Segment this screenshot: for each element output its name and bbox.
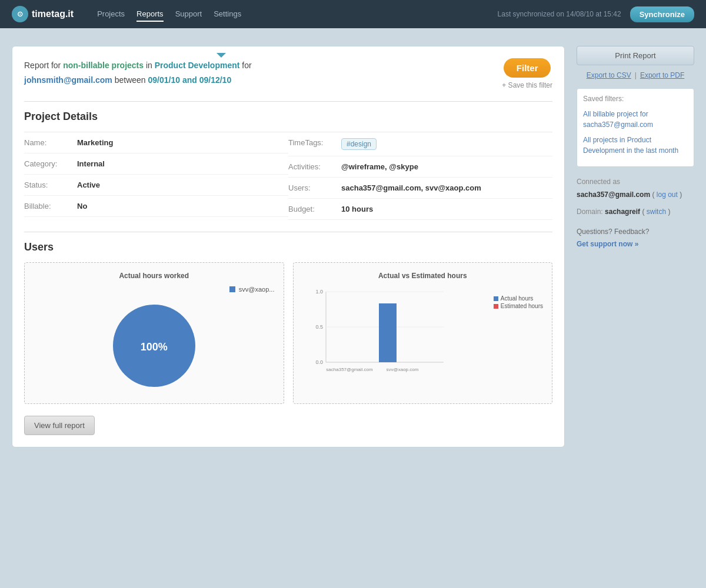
synchronize-button[interactable]: Synchronize [630, 6, 694, 22]
users-label: Users: [288, 183, 341, 192]
budget-value: 10 hours [341, 205, 373, 213]
detail-timetags: TimeTags: #design [288, 132, 552, 156]
view-full-report-button[interactable]: View full report [24, 416, 95, 435]
header-right: Last synchronized on 14/08/10 at 15:42 S… [498, 6, 694, 22]
report-description: Report for non-billable projects in Prod… [24, 58, 252, 88]
saved-filters-title: Saved filters: [583, 95, 688, 103]
connected-email: sacha357@gmail.com [577, 191, 650, 199]
bar-chart-legend: Actual hours Estimated hours [494, 295, 543, 309]
sync-text: Last synchronized on 14/08/10 at 15:42 [498, 10, 621, 18]
users-section: Users Actual hours worked svv@xaop... [24, 232, 552, 435]
status-value: Active [77, 181, 100, 189]
budget-label: Budget: [288, 205, 341, 213]
saved-filter-2[interactable]: All projects in Product Development in t… [583, 135, 688, 156]
save-filter-link[interactable]: + Save this filter [502, 81, 552, 89]
pie-chart-box: Actual hours worked svv@xaop... 100% [24, 262, 284, 404]
sidebar: Print Report Export to CSV | Export to P… [577, 46, 694, 447]
report-project-name: Product Development [155, 61, 240, 70]
questions-row: Questions? Feedback? Get support now » [577, 226, 694, 251]
activities-label: Activities: [288, 162, 341, 171]
pie-svg-container: 100% [107, 299, 201, 395]
estimated-legend-dot [494, 304, 498, 309]
project-details: Project Details Name: Marketing Category… [24, 101, 552, 220]
switch-link[interactable]: switch [647, 208, 666, 216]
main-content: Report for non-billable projects in Prod… [0, 28, 706, 465]
domain-value: sachagreif [605, 208, 640, 216]
nav-indicator [217, 53, 226, 58]
timetags-label: TimeTags: [288, 138, 341, 150]
detail-category: Category: Internal [24, 153, 288, 175]
users-value: sacha357@gmail.com, svv@xaop.com [341, 183, 481, 192]
svg-rect-8 [379, 303, 397, 362]
svg-text:svv@xaop.com: svv@xaop.com [386, 367, 418, 372]
name-label: Name: [24, 138, 77, 147]
estimated-legend-label: Estimated hours [501, 303, 543, 309]
export-links: Export to CSV | Export to PDF [577, 71, 694, 79]
filter-button[interactable]: Filter [504, 58, 551, 78]
bar-chart-box: Actual vs Estimated hours Actual hours E… [293, 262, 553, 404]
report-panel: Report for non-billable projects in Prod… [12, 46, 565, 447]
report-between: between [115, 75, 146, 85]
svg-text:sacha357@gmail.com: sacha357@gmail.com [326, 367, 373, 372]
detail-status: Status: Active [24, 175, 288, 196]
billable-label: Billable: [24, 202, 77, 211]
detail-budget: Budget: 10 hours [288, 199, 552, 220]
nav-links: Projects Reports Support Settings [97, 7, 241, 22]
questions-text: Questions? Feedback? [577, 226, 694, 239]
sidebar-info: Connected as sacha357@gmail.com ( log ou… [577, 176, 694, 251]
billable-value: No [77, 202, 87, 211]
saved-filter-1[interactable]: All billable project for sacha357@gmail.… [583, 109, 688, 130]
actual-legend-label: Actual hours [501, 295, 534, 302]
domain-label: Domain: [577, 208, 603, 216]
actual-legend-item: Actual hours [494, 295, 543, 302]
nav-reports[interactable]: Reports [136, 7, 164, 22]
nav-settings[interactable]: Settings [214, 7, 241, 22]
connected-label: Connected as [577, 178, 620, 186]
name-value: Marketing [77, 138, 113, 147]
pie-chart-title: Actual hours worked [119, 272, 189, 280]
bar-svg: 1.0 0.5 0.0 sacha357@gmail.com svv@xaop.… [302, 286, 455, 380]
estimated-legend-item: Estimated hours [494, 303, 543, 309]
logo-icon: ⊙ [12, 6, 28, 22]
activities-value: @wireframe, @skype [341, 162, 418, 171]
logout-link[interactable]: log out [657, 191, 678, 199]
users-title: Users [24, 232, 552, 253]
details-grid: Name: Marketing Category: Internal Statu… [24, 132, 552, 220]
pie-chart-container: Actual hours worked svv@xaop... 100% [34, 272, 275, 395]
header: ⊙ timetag.it Projects Reports Support Se… [0, 0, 706, 28]
category-value: Internal [77, 159, 105, 168]
export-separator: | [635, 71, 637, 79]
pie-percentage: 100% [141, 340, 168, 353]
domain-row: Domain: sachagreif ( switch ) [577, 206, 694, 219]
report-user-email: johnsmith@gmail.com [24, 75, 112, 85]
detail-name: Name: Marketing [24, 132, 288, 153]
details-left: Name: Marketing Category: Internal Statu… [24, 132, 288, 220]
detail-billable: Billable: No [24, 196, 288, 217]
detail-users: Users: sacha357@gmail.com, svv@xaop.com [288, 178, 552, 199]
pie-legend-dot [229, 286, 235, 292]
category-label: Category: [24, 159, 77, 168]
print-report-button[interactable]: Print Report [577, 46, 694, 65]
pie-legend-label: svv@xaop... [239, 286, 275, 293]
get-support-link[interactable]: Get support now » [577, 240, 638, 248]
pie-legend: svv@xaop... [229, 286, 275, 293]
nav-support[interactable]: Support [175, 7, 202, 22]
bar-chart-title: Actual vs Estimated hours [302, 272, 544, 280]
connected-as-row: Connected as [577, 176, 694, 189]
charts-row: Actual hours worked svv@xaop... 100% [24, 262, 552, 404]
saved-filters-panel: Saved filters: All billable project for … [577, 88, 694, 167]
details-right: TimeTags: #design Activities: @wireframe… [288, 132, 552, 220]
svg-text:1.0: 1.0 [315, 289, 323, 295]
export-pdf-link[interactable]: Export to PDF [640, 71, 684, 79]
logo: ⊙ timetag.it [12, 6, 74, 22]
report-date-range: 09/01/10 and 09/12/10 [148, 75, 232, 85]
export-csv-link[interactable]: Export to CSV [587, 71, 631, 79]
report-header: Report for non-billable projects in Prod… [24, 58, 552, 89]
filter-area: Filter + Save this filter [502, 58, 552, 89]
report-in: in [146, 61, 152, 70]
nav-projects[interactable]: Projects [97, 7, 125, 22]
report-prefix: Report for [24, 61, 61, 70]
actual-legend-dot [494, 296, 498, 301]
report-project-type: non-billable projects [63, 61, 144, 70]
status-label: Status: [24, 181, 77, 189]
